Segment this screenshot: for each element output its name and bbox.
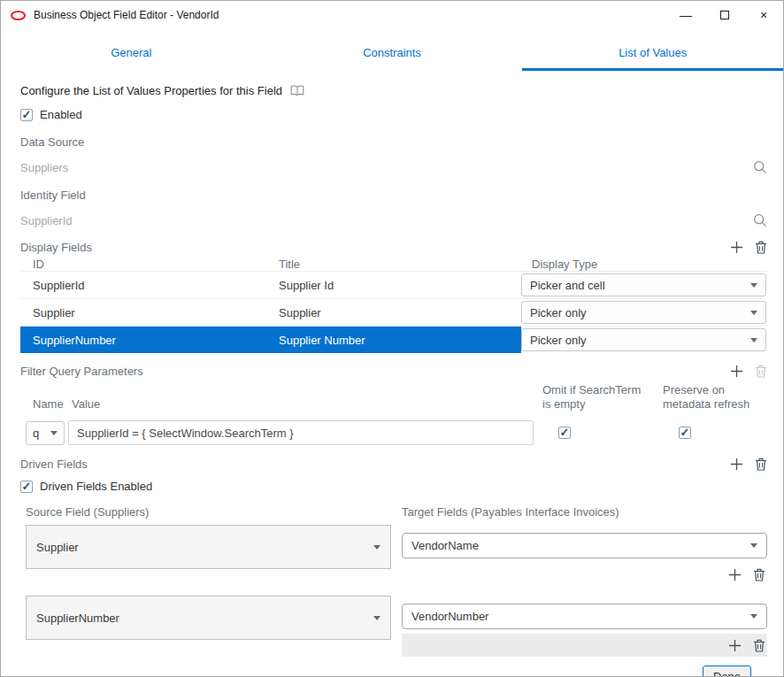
filter-query-header: Name Value Omit if SearchTerm is empty P… [20, 381, 767, 413]
delete-driven-field-button[interactable] [755, 458, 767, 471]
chevron-down-icon [750, 311, 757, 315]
display-type-select[interactable]: Picker only [521, 301, 766, 324]
done-button[interactable]: Done [703, 665, 751, 677]
source-field-header: Source Field (Suppliers) [20, 505, 402, 519]
driven-field-mapping: Supplier VendorName [20, 525, 767, 586]
add-filter-parameter-button[interactable] [730, 365, 743, 378]
parameter-name-select[interactable]: q [26, 421, 65, 445]
delete-filter-parameter-button[interactable] [755, 365, 767, 378]
display-type-value: Picker and cell [530, 279, 605, 292]
dialog-window: Business Object Field Editor - VendorId … [0, 0, 784, 677]
display-type-select[interactable]: Picker only [521, 328, 766, 351]
omit-if-empty-checkbox[interactable] [558, 427, 571, 439]
close-button[interactable]: × [744, 1, 783, 29]
driven-fields-enabled-checkbox[interactable] [20, 481, 33, 493]
column-header-preserve: Preserve on metadata refresh [663, 383, 767, 413]
chevron-down-icon [750, 543, 757, 548]
source-field-value: SupplierNumber [36, 612, 119, 625]
tab-list-of-values[interactable]: List of Values [522, 38, 783, 71]
display-type-value: Picker only [530, 306, 587, 319]
target-field-value: VendorName [411, 539, 479, 552]
target-field-select[interactable]: VendorNumber [402, 604, 767, 629]
oracle-logo-icon [11, 11, 26, 20]
table-row[interactable]: Supplier Supplier Picker only [20, 298, 767, 326]
window-title: Business Object Field Editor - VendorId [34, 9, 219, 21]
delete-display-field-button[interactable] [755, 241, 767, 254]
add-driven-field-button[interactable] [730, 458, 743, 471]
chevron-down-icon [373, 616, 380, 620]
source-field-select[interactable]: SupplierNumber [26, 596, 391, 640]
column-header-display-type: Display Type [521, 258, 767, 271]
add-display-field-button[interactable] [730, 241, 743, 254]
target-fields-header: Target Fields (Payables Interface Invoic… [402, 505, 767, 519]
data-source-field[interactable]: Suppliers [20, 160, 767, 174]
table-row[interactable]: SupplierId Supplier Id Picker and cell [20, 271, 767, 298]
documentation-book-icon[interactable] [290, 85, 304, 96]
maximize-icon [720, 11, 729, 19]
source-field-select[interactable]: Supplier [26, 525, 391, 569]
enabled-checkbox[interactable] [20, 109, 33, 121]
enabled-label: Enabled [40, 108, 82, 121]
filter-query-label: Filter Query Parameters [20, 365, 719, 378]
column-header-name: Name [20, 397, 68, 413]
titlebar: Business Object Field Editor - VendorId … [1, 1, 783, 29]
add-target-field-button[interactable] [728, 639, 742, 652]
window-controls: — × [666, 1, 783, 29]
data-source-label: Data Source [20, 135, 767, 149]
search-icon[interactable] [753, 160, 767, 174]
parameter-name-value: q [33, 427, 39, 440]
driven-fields-enabled-label: Driven Fields Enabled [40, 480, 152, 493]
row-id: SupplierNumber [20, 327, 266, 353]
column-header-title: Title [266, 258, 521, 271]
column-header-omit: Omit if SearchTerm is empty [542, 383, 663, 413]
tab-constraints[interactable]: Constraints [262, 38, 523, 71]
row-id: SupplierId [20, 272, 266, 298]
tab-content: Configure the List of Values Properties … [1, 71, 783, 676]
maximize-button[interactable] [705, 1, 744, 29]
row-title: Supplier Number [266, 327, 521, 353]
display-type-select[interactable]: Picker and cell [521, 273, 766, 296]
driven-fields-label: Driven Fields [20, 458, 719, 471]
chevron-down-icon [373, 545, 380, 550]
delete-target-field-button[interactable] [753, 639, 765, 652]
minimize-button[interactable]: — [666, 1, 705, 29]
target-field-value: VendorNumber [411, 610, 488, 623]
target-field-actions [402, 634, 767, 657]
display-type-value: Picker only [530, 334, 587, 347]
delete-target-field-button[interactable] [753, 568, 765, 581]
tab-general[interactable]: General [1, 38, 262, 71]
row-title: Supplier [266, 299, 521, 326]
filter-query-row: q SupplierId = { SelectWindow.SearchTerm… [20, 420, 767, 445]
display-fields-label: Display Fields [20, 241, 719, 254]
lov-heading: Configure the List of Values Properties … [20, 84, 282, 97]
driven-fields-headers: Source Field (Suppliers) Target Fields (… [20, 505, 767, 519]
add-target-field-button[interactable] [728, 568, 742, 581]
parameter-value-input[interactable]: SupplierId = { SelectWindow.SearchTerm } [68, 420, 534, 445]
tab-bar: General Constraints List of Values [1, 38, 783, 71]
identity-field-label: Identity Field [20, 188, 767, 202]
target-field-actions [402, 563, 767, 586]
data-source-value: Suppliers [20, 161, 753, 174]
chevron-down-icon [50, 431, 58, 435]
column-header-id: ID [20, 258, 266, 271]
driven-field-mapping: SupplierNumber VendorNumber [20, 596, 767, 657]
table-row-selected[interactable]: SupplierNumber Supplier Number Picker on… [20, 326, 767, 353]
search-icon[interactable] [753, 213, 767, 227]
source-field-value: Supplier [36, 541, 79, 554]
identity-field[interactable]: SupplierId [20, 213, 767, 227]
target-field-select[interactable]: VendorName [402, 533, 767, 558]
row-title: Supplier Id [266, 272, 521, 298]
column-header-value: Value [68, 397, 542, 413]
preserve-on-refresh-checkbox[interactable] [679, 427, 691, 439]
display-fields-header: ID Title Display Type [20, 258, 767, 271]
chevron-down-icon [750, 283, 757, 288]
row-id: Supplier [20, 299, 266, 326]
identity-field-value: SupplierId [20, 214, 753, 227]
chevron-down-icon [750, 338, 757, 342]
chevron-down-icon [750, 614, 757, 619]
